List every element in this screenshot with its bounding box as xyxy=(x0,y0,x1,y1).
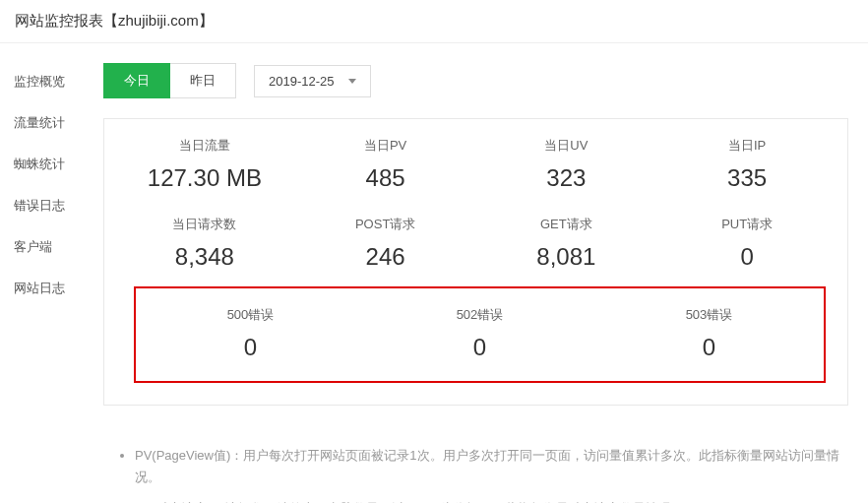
sidebar-item-overview[interactable]: 监控概览 xyxy=(0,61,93,102)
stat-label: 当日UV xyxy=(476,137,657,155)
stats-card: 当日流量 127.30 MB 当日PV 485 当日UV 323 当日IP 33… xyxy=(103,118,848,406)
sidebar: 监控概览 流量统计 蜘蛛统计 错误日志 客户端 网站日志 xyxy=(0,43,93,503)
sidebar-item-sitelog[interactable]: 网站日志 xyxy=(0,268,93,309)
stat-uv: 当日UV 323 xyxy=(476,137,657,192)
stat-label: PUT请求 xyxy=(656,216,837,233)
stats-row-1: 当日流量 127.30 MB 当日PV 485 当日UV 323 当日IP 33… xyxy=(114,137,837,192)
stat-label: 503错误 xyxy=(594,306,824,324)
stat-label: GET请求 xyxy=(476,216,657,233)
stat-label: 502错误 xyxy=(365,306,594,324)
tab-today[interactable]: 今日 xyxy=(103,63,170,98)
stat-value: 127.30 MB xyxy=(114,164,295,192)
stat-post: POST请求 246 xyxy=(295,216,476,271)
stat-value: 335 xyxy=(656,164,837,192)
stat-pv: 当日PV 485 xyxy=(295,137,476,192)
stat-value: 0 xyxy=(365,334,594,361)
stat-get: GET请求 8,081 xyxy=(476,216,657,271)
stat-value: 323 xyxy=(476,164,657,192)
page-title: 网站监控报表【zhujibiji.com】 xyxy=(0,0,868,43)
stats-row-2: 当日请求数 8,348 POST请求 246 GET请求 8,081 PUT请求… xyxy=(114,216,837,271)
stat-value: 8,348 xyxy=(114,243,295,271)
note-uv: UV(独立访客)：访问您网站的上网电脑数量（以cookie为依据），此指标衡量独… xyxy=(135,498,848,503)
stat-label: 当日流量 xyxy=(114,137,295,155)
date-tabs: 今日 昨日 2019-12-25 xyxy=(103,63,848,98)
date-picker[interactable]: 2019-12-25 xyxy=(254,65,371,97)
sidebar-item-spider[interactable]: 蜘蛛统计 xyxy=(0,144,93,185)
stat-ip: 当日IP 335 xyxy=(656,137,837,192)
stat-503: 503错误 0 xyxy=(594,306,824,361)
stat-label: POST请求 xyxy=(295,216,476,233)
stat-label: 当日IP xyxy=(656,137,837,155)
sidebar-item-client[interactable]: 客户端 xyxy=(0,226,93,268)
stat-value: 0 xyxy=(136,334,365,361)
stat-value: 485 xyxy=(295,164,476,192)
stat-label: 500错误 xyxy=(136,306,365,324)
stat-500: 500错误 0 xyxy=(136,306,365,361)
error-box: 500错误 0 502错误 0 503错误 0 xyxy=(134,286,826,383)
note-pv: PV(PageView值)：用户每次打开网站页面被记录1次。用户多次打开同一页面… xyxy=(135,445,848,488)
sidebar-item-traffic[interactable]: 流量统计 xyxy=(0,102,93,144)
stat-label: 当日PV xyxy=(295,137,476,155)
stat-value: 246 xyxy=(295,243,476,271)
sidebar-item-errorlog[interactable]: 错误日志 xyxy=(0,185,93,226)
stat-value: 0 xyxy=(594,334,824,361)
main-panel: 今日 昨日 2019-12-25 当日流量 127.30 MB 当日PV 485… xyxy=(93,43,868,503)
stat-502: 502错误 0 xyxy=(365,306,594,361)
date-picker-value: 2019-12-25 xyxy=(269,74,335,89)
stat-traffic: 当日流量 127.30 MB xyxy=(114,137,295,192)
chevron-down-icon xyxy=(348,79,356,84)
stat-value: 0 xyxy=(656,243,837,271)
tab-yesterday[interactable]: 昨日 xyxy=(170,63,236,98)
stat-put: PUT请求 0 xyxy=(656,216,837,271)
notes: PV(PageView值)：用户每次打开网站页面被记录1次。用户多次打开同一页面… xyxy=(103,445,848,503)
stat-value: 8,081 xyxy=(476,243,657,271)
stat-label: 当日请求数 xyxy=(114,216,295,233)
stat-requests: 当日请求数 8,348 xyxy=(114,216,295,271)
